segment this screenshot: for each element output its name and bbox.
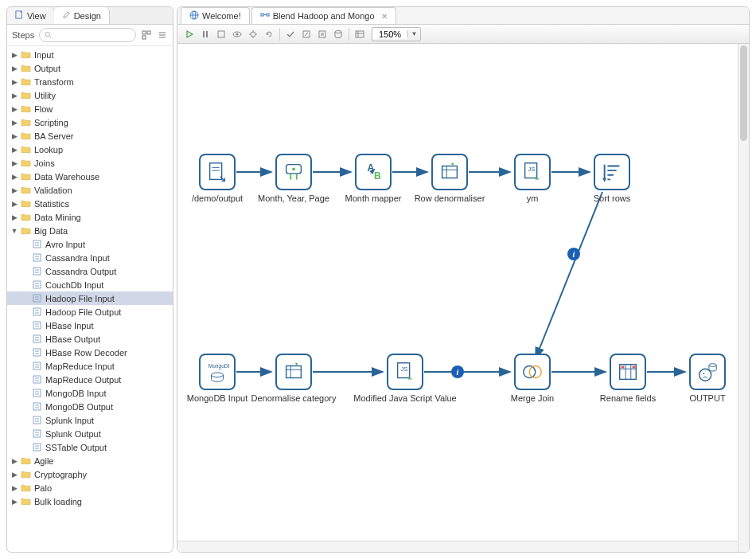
step-row-denormaliser[interactable]: Row denormaliser [418,154,481,203]
tree-step-cassandra-input[interactable]: Cassandra Input [7,251,173,264]
step-label: Month, Year, Page [258,194,329,203]
step-merge-join[interactable]: Merge Join [501,354,564,403]
chevron-right-icon: ▶ [10,213,18,221]
step-rename-fields[interactable]: Rename fields [596,354,660,403]
tree-step-mongodb-output[interactable]: MongoDB Output [7,400,173,413]
step-label: ym [527,194,539,203]
tree-step-mapreduce-input[interactable]: MapReduce Input [7,359,173,373]
tree-folder-scripting[interactable]: ▶Scripting [7,115,173,129]
step-output[interactable]: OUTPUT [676,354,739,403]
tree-folder-output[interactable]: ▶Output [7,61,173,75]
vertical-scrollbar[interactable] [738,44,749,552]
transformation-canvas[interactable]: i i /demo/output Month, Year, Page AB Mo… [177,44,749,552]
tree-step-sstable-output[interactable]: SSTable Output [7,440,173,454]
tab-design[interactable]: Design [54,7,110,24]
tree-step-avro-input[interactable]: Avro Input [7,237,173,251]
step-denormalise-category[interactable]: Denormalise category [262,354,325,403]
tab-welcome[interactable]: Welcome! [181,7,250,24]
svg-rect-9 [33,240,41,248]
svg-rect-5 [142,36,146,39]
tree-folder-input[interactable]: ▶Input [7,48,173,61]
tree-step-splunk-input[interactable]: Splunk Input [7,413,173,427]
tree-folder-utility[interactable]: ▶Utility [7,88,173,102]
tree-step-mapreduce-output[interactable]: MapReduce Output [7,373,173,386]
replay-icon[interactable] [262,27,276,41]
chevron-right-icon: ▶ [10,105,18,113]
tree-step-hbase-output[interactable]: HBase Output [7,332,173,346]
check-icon[interactable] [283,27,298,41]
folder-icon [20,64,31,73]
toolbar-separator [349,28,349,41]
tree-step-hbase-row-decoder[interactable]: HBase Row Decoder [7,346,173,359]
tree-folder-validation[interactable]: ▶Validation [7,183,173,197]
chevron-right-icon: ▶ [10,498,18,506]
tree-folder-bulk-loading[interactable]: ▶Bulk loading [7,494,173,508]
tree-step-cassandra-output[interactable]: Cassandra Output [7,264,173,278]
tree-folder-big-data[interactable]: ▼Big Data [7,224,173,237]
horizontal-scrollbar[interactable] [177,541,738,552]
tree-folder-agile[interactable]: ▶Agile [7,454,173,467]
tree-folder-data-mining[interactable]: ▶Data Mining [7,210,173,224]
step-sort-rows[interactable]: Sort rows [580,154,644,203]
step-icon [31,280,42,291]
tab-transformation[interactable]: Blend Hadoop and Mongo ✕ [251,7,396,24]
tree-step-label: Avro Input [45,240,170,249]
tree-folder-lookup[interactable]: ▶Lookup [7,143,173,156]
page-icon [15,10,24,21]
step-value-mapper[interactable]: AB Month mapper [341,154,405,203]
run-icon[interactable] [182,27,197,41]
svg-rect-42 [33,389,41,397]
zoom-dropdown-icon[interactable]: ▼ [407,30,420,37]
tree-step-hadoop-file-input[interactable]: Hadoop File Input [7,291,173,305]
tree-folder-cryptography[interactable]: ▶Cryptography [7,467,173,481]
search-input[interactable] [52,31,131,40]
preview-icon[interactable] [230,27,244,41]
impact-icon[interactable] [299,27,314,41]
step-icon [31,239,42,250]
debug-icon[interactable] [246,27,260,41]
svg-rect-48 [33,416,41,424]
stop-icon[interactable] [214,27,228,41]
tree-folder-joins[interactable]: ▶Joins [7,156,173,170]
tree-folder-transform[interactable]: ▶Transform [7,75,173,88]
tree-step-couchdb-input[interactable]: CouchDb Input [7,278,173,291]
tree-folder-statistics[interactable]: ▶Statistics [7,197,173,210]
sql-icon[interactable] [315,27,329,41]
step-select-values[interactable]: Month, Year, Page [262,154,325,203]
list-view-icon[interactable] [157,29,168,41]
tree-folder-label: Lookup [34,145,170,154]
folder-icon [20,226,31,236]
tree-folder-data-warehouse[interactable]: ▶Data Warehouse [7,170,173,183]
zoom-input[interactable] [372,29,407,39]
tree-step-splunk-output[interactable]: Splunk Output [7,427,173,440]
show-results-icon[interactable] [353,27,367,41]
step-mongodb-input[interactable]: MongoDB MongoDB Input [185,354,249,403]
explore-db-icon[interactable] [331,27,345,41]
svg-rect-54 [33,444,41,451]
svg-rect-60 [261,14,263,16]
tree-step-hbase-input[interactable]: HBase Input [7,319,173,332]
tree-step-mongodb-input[interactable]: MongoDB Input [7,386,173,400]
chevron-right-icon: ▶ [10,159,18,167]
hop-info-icon[interactable]: i [451,366,464,378]
steps-tree[interactable]: ▶Input▶Output▶Transform▶Utility▶Flow▶Scr… [7,46,173,552]
tree-step-label: MongoDB Output [45,402,170,412]
tree-folder-ba-server[interactable]: ▶BA Server [7,129,173,143]
tree-step-label: Cassandra Input [45,253,170,263]
zoom-selector[interactable]: ▼ [372,27,421,41]
step-label: Modified Java Script Value [353,393,456,403]
search-input-wrapper[interactable] [39,28,136,42]
tree-folder-flow[interactable]: ▶Flow [7,102,173,115]
hop-info-icon[interactable]: i [567,248,580,260]
tree-folder-label: Big Data [34,226,170,236]
tab-view[interactable]: View [7,7,55,24]
pause-icon[interactable] [198,27,212,41]
step-javascript-ym[interactable]: JS ym [501,154,564,203]
close-icon[interactable]: ✕ [381,12,388,21]
expand-all-icon[interactable] [141,29,152,41]
svg-line-86 [536,192,602,358]
tree-step-hadoop-file-output[interactable]: Hadoop File Output [7,305,173,319]
step-modified-javascript[interactable]: JS Modified Java Script Value [373,354,437,403]
tree-folder-palo[interactable]: ▶Palo [7,481,173,494]
step-hadoop-file-input[interactable]: /demo/output [185,154,249,203]
